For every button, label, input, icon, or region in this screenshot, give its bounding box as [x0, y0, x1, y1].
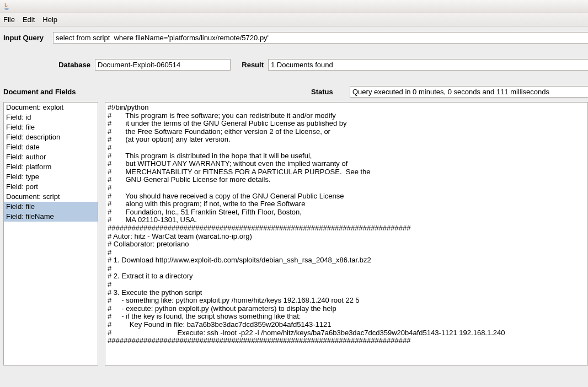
list-item[interactable]: Field: type — [4, 172, 98, 182]
list-item[interactable]: Field: platform — [4, 162, 98, 172]
database-label: Database — [3, 61, 95, 69]
menubar: File Edit Help — [0, 13, 588, 26]
input-query-field[interactable] — [53, 32, 588, 44]
input-query-label: Input Query — [3, 34, 53, 42]
fields-listbox[interactable]: Document: exploitField: idField: fileFie… — [3, 102, 98, 366]
window-titlebar — [0, 0, 588, 13]
status-field[interactable] — [350, 86, 588, 98]
list-item[interactable]: Field: date — [4, 142, 98, 152]
doc-fields-label: Document and Fields — [3, 88, 108, 96]
list-item[interactable]: Field: fileName — [4, 212, 98, 222]
list-item[interactable]: Field: port — [4, 182, 98, 192]
list-item[interactable]: Field: author — [4, 152, 98, 162]
menu-file[interactable]: File — [3, 15, 15, 24]
list-item[interactable]: Document: exploit — [4, 103, 98, 112]
menu-edit[interactable]: Edit — [23, 15, 35, 24]
list-item[interactable]: Field: description — [4, 132, 98, 142]
result-label: Result — [238, 61, 268, 69]
menu-help[interactable]: Help — [42, 15, 57, 24]
list-item[interactable]: Document: script — [4, 192, 98, 202]
list-item[interactable]: Field: id — [4, 112, 98, 122]
list-item[interactable]: Field: file — [4, 122, 98, 132]
java-icon — [2, 2, 11, 11]
result-field[interactable] — [268, 59, 588, 71]
script-textarea[interactable]: #!/bin/python # This program is free sof… — [105, 102, 588, 366]
list-item[interactable]: Field: file — [4, 202, 98, 212]
status-label: Status — [311, 88, 350, 96]
database-field[interactable] — [95, 59, 231, 71]
